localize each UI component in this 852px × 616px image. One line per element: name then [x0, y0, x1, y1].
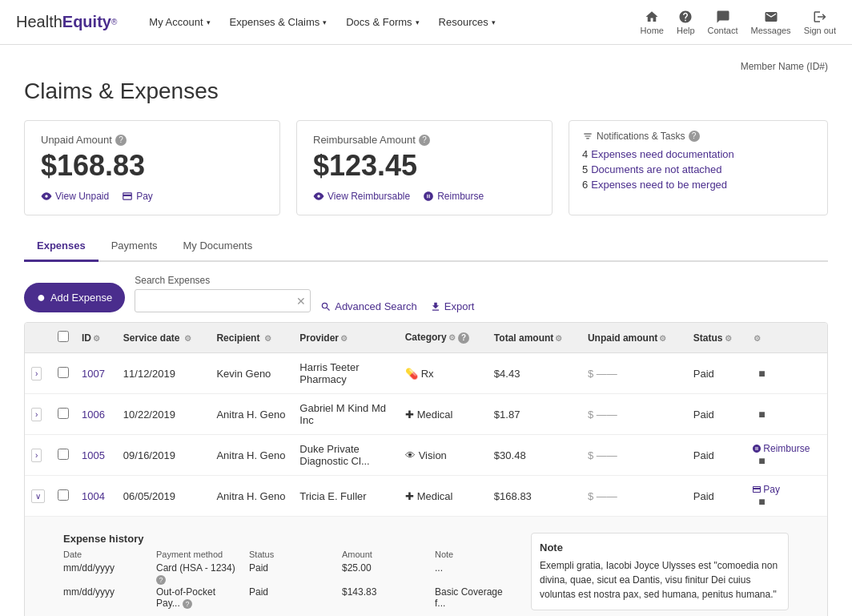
row-checkbox[interactable]	[58, 367, 69, 378]
row-checkbox[interactable]	[58, 408, 69, 419]
nav-expenses-claims[interactable]: Expenses & Claims ▾	[222, 10, 336, 34]
page-title: Claims & Expenses	[24, 79, 828, 104]
logo-equity: Equity	[62, 13, 111, 31]
add-expense-button[interactable]: ● Add Expense	[24, 283, 125, 312]
note-text: Exempli gratia, Iacobi Joyce Ulysses est…	[540, 558, 780, 602]
tab-payments[interactable]: Payments	[98, 232, 171, 262]
reimburse-action[interactable]: Reimburse	[752, 443, 821, 454]
expand-cell[interactable]: ›	[25, 394, 51, 435]
notif-item-0[interactable]: 4Expenses need documentation	[582, 148, 814, 160]
search-input[interactable]	[135, 289, 311, 312]
expand-cell[interactable]: ›	[25, 353, 51, 394]
info-icon-reimburse[interactable]: ?	[419, 135, 430, 146]
nav-my-account[interactable]: My Account ▾	[141, 10, 218, 34]
col-recipient: Recipient ⚙	[210, 323, 293, 353]
home-nav-item[interactable]: Home	[641, 10, 664, 35]
contact-nav-item[interactable]: Contact	[708, 10, 738, 35]
unpaid-card: Unpaid Amount ? $168.83 View Unpaid Pay	[24, 120, 280, 215]
total-amount: $4.43	[488, 353, 581, 394]
advanced-search-link[interactable]: Advanced Search	[320, 300, 417, 312]
expense-id-link[interactable]: 1006	[82, 409, 105, 421]
pay-link[interactable]: Pay	[122, 191, 153, 202]
recipient: Anitra H. Geno	[210, 394, 293, 435]
expanded-row: Expense history DatePayment methodStatus…	[25, 517, 827, 617]
chevron-down-icon: ▾	[323, 18, 327, 26]
logo: HealthEquity®	[16, 13, 117, 31]
expand-cell[interactable]: ›	[25, 435, 51, 476]
help-nav-item[interactable]: Help	[677, 10, 695, 35]
nav-docs-forms[interactable]: Docs & Forms ▾	[338, 10, 427, 34]
chevron-down-icon: ▾	[492, 18, 496, 26]
notifications-title: Notifications & Tasks ?	[582, 131, 814, 142]
toolbar-right: Advanced Search Export	[320, 300, 474, 312]
view-reimbursable-icon	[313, 191, 324, 202]
tab-expenses[interactable]: Expenses	[24, 232, 98, 262]
reimbursable-card: Reimbursable Amount ? $123.45 View Reimb…	[296, 120, 553, 215]
member-bar: Member Name (ID#)	[24, 61, 828, 72]
view-unpaid-link[interactable]: View Unpaid	[41, 191, 109, 202]
info-icon[interactable]: ?	[115, 135, 127, 146]
nav-resources[interactable]: Resources ▾	[431, 10, 504, 34]
unpaid-actions: View Unpaid Pay	[41, 191, 263, 202]
advanced-search-icon	[320, 301, 332, 312]
notifications-help-icon[interactable]: ?	[689, 131, 700, 142]
table-row: › 1007 11/12/2019 Kevin Geno Harris Teet…	[25, 353, 827, 394]
view-reimbursable-link[interactable]: View Reimbursable	[313, 191, 410, 202]
expand-button[interactable]: ›	[31, 408, 42, 421]
category: ✚Medical	[399, 394, 488, 435]
signout-nav-item[interactable]: Sign out	[804, 10, 836, 35]
total-amount: $30.48	[488, 435, 581, 476]
col-checkbox	[51, 323, 75, 353]
cards-row: Unpaid Amount ? $168.83 View Unpaid Pay …	[24, 120, 828, 215]
clear-search-icon[interactable]: ✕	[296, 295, 306, 308]
svg-point-0	[45, 195, 48, 198]
expand-button[interactable]: ∨	[31, 489, 45, 503]
hist-header-3: Amount	[342, 550, 422, 559]
expense-id-link[interactable]: 1004	[82, 490, 105, 502]
row-checkbox[interactable]	[58, 489, 69, 501]
reimburse-link[interactable]: Reimburse	[423, 191, 484, 202]
hist-header-4: Note	[435, 550, 515, 559]
notifications-panel: Notifications & Tasks ? 4Expenses need d…	[569, 120, 828, 215]
delete-icon[interactable]: ■	[758, 495, 765, 508]
expense-id-link[interactable]: 1005	[82, 449, 105, 461]
delete-icon[interactable]: ■	[758, 367, 765, 380]
category-info-icon[interactable]: ?	[458, 332, 469, 344]
reimbursable-label: Reimbursable Amount ?	[313, 134, 536, 146]
row-checkbox[interactable]	[58, 449, 69, 460]
hist-header-1: Payment method	[156, 550, 236, 559]
plus-icon: ●	[37, 289, 46, 306]
pay-action[interactable]: Pay	[752, 484, 821, 495]
expand-button[interactable]: ›	[31, 449, 42, 462]
view-icon	[41, 191, 52, 202]
table-row: › 1005 09/16/2019 Anitra H. Geno Duke Pr…	[25, 435, 827, 476]
help-icon	[678, 10, 693, 24]
unpaid-amount: $ ——	[581, 435, 687, 476]
payment-info-icon[interactable]: ?	[183, 599, 192, 609]
recipient: Anitra H. Geno	[210, 476, 293, 517]
export-link[interactable]: Export	[430, 300, 475, 312]
notif-item-1[interactable]: 5Documents are not attached	[582, 163, 814, 175]
navigation: HealthEquity® My Account ▾ Expenses & Cl…	[0, 0, 852, 45]
expanded-content: Expense history DatePayment methodStatus…	[31, 525, 821, 616]
messages-nav-item[interactable]: Messages	[750, 10, 790, 35]
expand-cell[interactable]: ∨	[25, 476, 51, 517]
select-all-checkbox[interactable]	[58, 331, 69, 342]
payment-info-icon[interactable]: ?	[156, 575, 166, 585]
expand-button[interactable]: ›	[31, 367, 42, 380]
nav-right: Home Help Contact Messages Sign out	[641, 10, 836, 35]
delete-icon[interactable]: ■	[758, 454, 765, 467]
signout-icon	[813, 10, 827, 24]
delete-icon[interactable]: ■	[758, 408, 765, 421]
expense-id-link[interactable]: 1007	[82, 368, 105, 380]
col-actions: ⚙	[746, 323, 827, 353]
history-headers: DatePayment methodStatusAmountNote	[63, 550, 515, 559]
table-body: › 1007 11/12/2019 Kevin Geno Harris Teet…	[25, 353, 827, 617]
notif-item-2[interactable]: 6Expenses need to be merged	[582, 179, 814, 191]
pay-icon	[122, 191, 133, 202]
table-row: ∨ 1004 06/05/2019 Anitra H. Geno Tricia …	[25, 476, 827, 517]
tab-my-documents[interactable]: My Documents	[171, 232, 266, 262]
reimburse-icon	[423, 191, 434, 202]
hist-method: Out-of-Pocket Pay... ?	[156, 586, 236, 609]
hist-date: mm/dd/yyyy	[63, 562, 143, 585]
